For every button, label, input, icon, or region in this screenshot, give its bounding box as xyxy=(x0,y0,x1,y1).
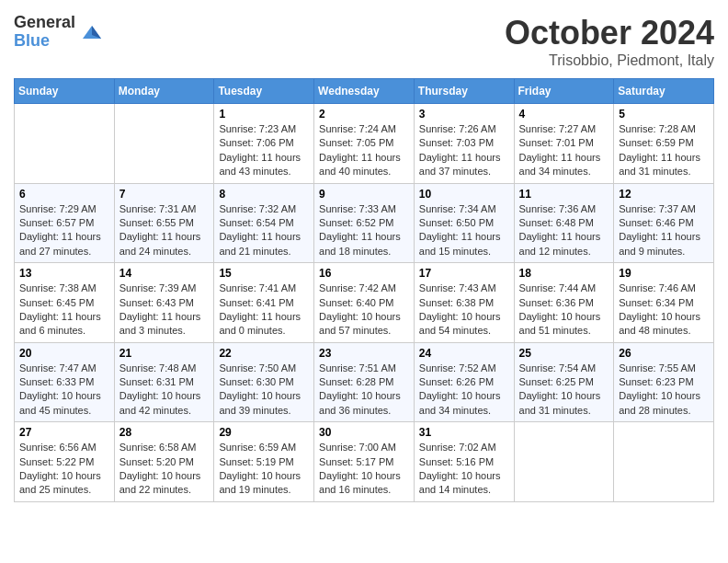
sunrise-text: Sunrise: 7:32 AM xyxy=(219,203,296,214)
day-info: Sunrise: 7:33 AM Sunset: 6:52 PM Dayligh… xyxy=(319,202,409,259)
sunrise-text: Sunrise: 7:24 AM xyxy=(319,123,396,134)
sunset-text: Sunset: 6:31 PM xyxy=(119,376,194,387)
day-info: Sunrise: 7:34 AM Sunset: 6:50 PM Dayligh… xyxy=(419,202,509,259)
sunset-text: Sunset: 6:41 PM xyxy=(219,297,293,308)
calendar-cell: 18 Sunrise: 7:44 AM Sunset: 6:36 PM Dayl… xyxy=(514,263,614,343)
day-number: 2 xyxy=(319,108,409,121)
day-number: 27 xyxy=(19,426,109,439)
daylight-text: Daylight: 10 hours and 34 minutes. xyxy=(419,390,501,415)
daylight-text: Daylight: 10 hours and 14 minutes. xyxy=(419,470,501,495)
day-number: 9 xyxy=(319,188,409,201)
calendar-cell: 2 Sunrise: 7:24 AM Sunset: 7:05 PM Dayli… xyxy=(314,104,415,184)
daylight-text: Daylight: 10 hours and 25 minutes. xyxy=(19,470,101,495)
daylight-text: Daylight: 11 hours and 15 minutes. xyxy=(419,231,501,256)
column-header-sunday: Sunday xyxy=(15,79,115,104)
column-header-friday: Friday xyxy=(514,79,614,104)
calendar-week-row: 20 Sunrise: 7:47 AM Sunset: 6:33 PM Dayl… xyxy=(15,342,714,422)
sunrise-text: Sunrise: 6:59 AM xyxy=(219,442,296,453)
column-header-saturday: Saturday xyxy=(614,79,714,104)
day-info: Sunrise: 7:50 AM Sunset: 6:30 PM Dayligh… xyxy=(219,362,309,419)
day-number: 13 xyxy=(19,267,109,280)
day-number: 4 xyxy=(519,108,609,121)
day-number: 11 xyxy=(519,188,609,201)
day-number: 1 xyxy=(219,108,309,121)
sunrise-text: Sunrise: 7:42 AM xyxy=(319,282,396,293)
sunrise-text: Sunrise: 7:26 AM xyxy=(419,123,496,134)
calendar-cell: 14 Sunrise: 7:39 AM Sunset: 6:43 PM Dayl… xyxy=(114,263,214,343)
calendar-cell xyxy=(514,422,614,502)
calendar-cell: 22 Sunrise: 7:50 AM Sunset: 6:30 PM Dayl… xyxy=(214,342,314,422)
calendar-cell: 21 Sunrise: 7:48 AM Sunset: 6:31 PM Dayl… xyxy=(114,342,214,422)
sunrise-text: Sunrise: 7:41 AM xyxy=(219,282,296,293)
sunrise-text: Sunrise: 6:56 AM xyxy=(19,442,97,453)
calendar-table: SundayMondayTuesdayWednesdayThursdayFrid… xyxy=(14,78,714,502)
day-info: Sunrise: 7:41 AM Sunset: 6:41 PM Dayligh… xyxy=(219,282,309,339)
sunrise-text: Sunrise: 7:48 AM xyxy=(119,362,197,373)
calendar-cell: 10 Sunrise: 7:34 AM Sunset: 6:50 PM Dayl… xyxy=(414,183,514,263)
calendar-cell: 16 Sunrise: 7:42 AM Sunset: 6:40 PM Dayl… xyxy=(314,263,415,343)
day-info: Sunrise: 7:00 AM Sunset: 5:17 PM Dayligh… xyxy=(319,441,409,498)
calendar-cell: 19 Sunrise: 7:46 AM Sunset: 6:34 PM Dayl… xyxy=(614,263,714,343)
daylight-text: Daylight: 10 hours and 57 minutes. xyxy=(319,311,401,336)
sunset-text: Sunset: 6:59 PM xyxy=(619,137,693,148)
day-number: 16 xyxy=(319,267,409,280)
location: Trisobbio, Piedmont, Italy xyxy=(505,52,714,69)
calendar-cell: 31 Sunrise: 7:02 AM Sunset: 5:16 PM Dayl… xyxy=(414,422,514,502)
logo-icon xyxy=(78,18,106,46)
day-info: Sunrise: 7:51 AM Sunset: 6:28 PM Dayligh… xyxy=(319,362,409,419)
day-info: Sunrise: 6:58 AM Sunset: 5:20 PM Dayligh… xyxy=(119,441,210,498)
day-info: Sunrise: 7:48 AM Sunset: 6:31 PM Dayligh… xyxy=(119,362,210,419)
day-info: Sunrise: 7:46 AM Sunset: 6:34 PM Dayligh… xyxy=(619,282,709,339)
sunset-text: Sunset: 6:50 PM xyxy=(419,217,494,228)
daylight-text: Daylight: 11 hours and 24 minutes. xyxy=(119,231,201,256)
sunrise-text: Sunrise: 6:58 AM xyxy=(119,442,197,453)
calendar-cell: 23 Sunrise: 7:51 AM Sunset: 6:28 PM Dayl… xyxy=(314,342,415,422)
sunset-text: Sunset: 6:46 PM xyxy=(619,217,693,228)
calendar-week-row: 1 Sunrise: 7:23 AM Sunset: 7:06 PM Dayli… xyxy=(15,104,714,184)
calendar-header-row: SundayMondayTuesdayWednesdayThursdayFrid… xyxy=(15,79,714,104)
logo-blue: Blue xyxy=(14,32,75,51)
sunset-text: Sunset: 6:36 PM xyxy=(519,297,594,308)
day-info: Sunrise: 6:56 AM Sunset: 5:22 PM Dayligh… xyxy=(19,441,109,498)
day-info: Sunrise: 7:44 AM Sunset: 6:36 PM Dayligh… xyxy=(519,282,609,339)
calendar-week-row: 13 Sunrise: 7:38 AM Sunset: 6:45 PM Dayl… xyxy=(15,263,714,343)
day-number: 3 xyxy=(419,108,509,121)
column-header-monday: Monday xyxy=(114,79,214,104)
calendar-cell: 9 Sunrise: 7:33 AM Sunset: 6:52 PM Dayli… xyxy=(314,183,415,263)
calendar-cell: 26 Sunrise: 7:55 AM Sunset: 6:23 PM Dayl… xyxy=(614,342,714,422)
day-number: 23 xyxy=(319,347,409,360)
day-number: 26 xyxy=(619,347,709,360)
day-info: Sunrise: 7:27 AM Sunset: 7:01 PM Dayligh… xyxy=(519,122,609,179)
sunset-text: Sunset: 6:40 PM xyxy=(319,297,393,308)
day-number: 5 xyxy=(619,108,709,121)
day-info: Sunrise: 7:02 AM Sunset: 5:16 PM Dayligh… xyxy=(419,441,509,498)
daylight-text: Daylight: 10 hours and 54 minutes. xyxy=(419,311,501,336)
day-number: 30 xyxy=(319,426,409,439)
calendar-cell: 15 Sunrise: 7:41 AM Sunset: 6:41 PM Dayl… xyxy=(214,263,314,343)
daylight-text: Daylight: 10 hours and 28 minutes. xyxy=(619,390,700,415)
calendar-week-row: 6 Sunrise: 7:29 AM Sunset: 6:57 PM Dayli… xyxy=(15,183,714,263)
day-info: Sunrise: 7:31 AM Sunset: 6:55 PM Dayligh… xyxy=(119,202,210,259)
sunset-text: Sunset: 6:48 PM xyxy=(519,217,594,228)
sunset-text: Sunset: 7:03 PM xyxy=(419,137,494,148)
sunrise-text: Sunrise: 7:28 AM xyxy=(619,123,696,134)
sunrise-text: Sunrise: 7:23 AM xyxy=(219,123,296,134)
day-info: Sunrise: 7:36 AM Sunset: 6:48 PM Dayligh… xyxy=(519,202,609,259)
day-info: Sunrise: 7:54 AM Sunset: 6:25 PM Dayligh… xyxy=(519,362,609,419)
day-info: Sunrise: 6:59 AM Sunset: 5:19 PM Dayligh… xyxy=(219,441,309,498)
sunset-text: Sunset: 6:34 PM xyxy=(619,297,693,308)
sunrise-text: Sunrise: 7:52 AM xyxy=(419,362,496,373)
day-number: 25 xyxy=(519,347,609,360)
sunrise-text: Sunrise: 7:51 AM xyxy=(319,362,396,373)
logo: General Blue xyxy=(14,14,106,51)
day-number: 14 xyxy=(119,267,210,280)
sunrise-text: Sunrise: 7:55 AM xyxy=(619,362,696,373)
calendar-cell: 13 Sunrise: 7:38 AM Sunset: 6:45 PM Dayl… xyxy=(15,263,115,343)
sunrise-text: Sunrise: 7:02 AM xyxy=(419,442,496,453)
calendar-cell: 7 Sunrise: 7:31 AM Sunset: 6:55 PM Dayli… xyxy=(114,183,214,263)
day-info: Sunrise: 7:43 AM Sunset: 6:38 PM Dayligh… xyxy=(419,282,509,339)
day-info: Sunrise: 7:24 AM Sunset: 7:05 PM Dayligh… xyxy=(319,122,409,179)
day-number: 10 xyxy=(419,188,509,201)
day-number: 20 xyxy=(19,347,109,360)
sunset-text: Sunset: 5:20 PM xyxy=(119,456,194,467)
